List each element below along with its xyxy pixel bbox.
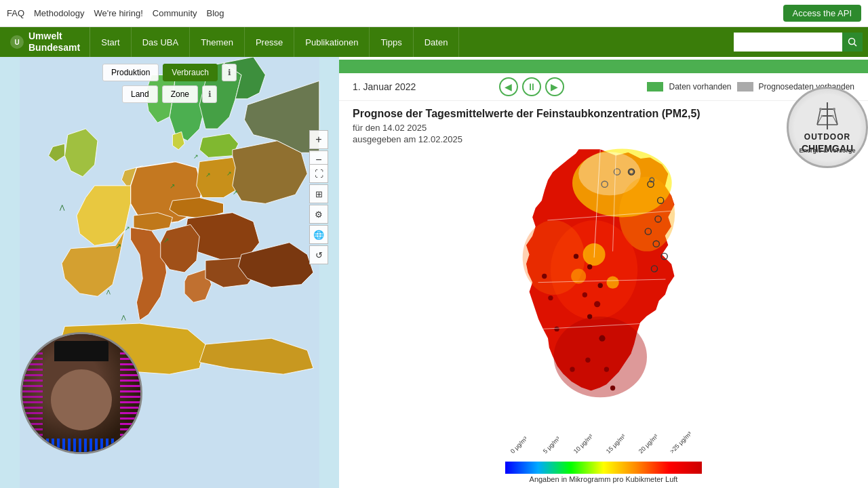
svg-line-20 [817, 109, 821, 125]
land-toggle[interactable]: Land [122, 85, 158, 103]
energy-label: Energie & Versorge [799, 147, 855, 154]
svg-text:⋀: ⋀ [121, 314, 126, 321]
svg-text:⋀: ⋀ [106, 289, 111, 295]
top-navigation: FAQ Methodology We're hiring! Community … [0, 0, 868, 27]
zone-toggle[interactable]: Zone [162, 85, 198, 103]
circle-logo-inner: OUTDOOR CHIEMGAU Energie & Versorge [802, 101, 853, 154]
uba-themen-link[interactable]: Themen [190, 27, 245, 57]
svg-text:↗: ↗ [163, 237, 169, 244]
svg-point-57 [610, 386, 615, 390]
forecast-title: Prognose der Tagesmittelwerte der Feinst… [353, 108, 854, 120]
zoom-in-button[interactable]: + [309, 130, 328, 149]
legend-data-label: Daten vorhanden [669, 82, 731, 92]
svg-point-25 [833, 108, 835, 110]
uba-start-link[interactable]: Start [90, 27, 131, 57]
svg-point-26 [821, 115, 823, 117]
current-date: 1. Januar 2022 [353, 81, 416, 92]
svg-point-55 [570, 367, 575, 371]
uba-circle-logo: OUTDOOR CHIEMGAU Energie & Versorge [787, 87, 868, 168]
svg-point-60 [542, 274, 547, 279]
avatar-lights-right [120, 334, 140, 452]
toggle2-info-button[interactable]: ℹ [202, 85, 217, 103]
layers-tool[interactable]: ⊞ [309, 184, 328, 203]
svg-text:↗: ↗ [193, 153, 199, 160]
svg-point-48 [587, 264, 592, 269]
verbrauch-toggle[interactable]: Verbrauch [163, 64, 218, 81]
date-section: 1. Januar 2022 ◀ ⏸ ▶ Daten vorhanden Pro… [339, 73, 868, 101]
svg-point-32 [554, 317, 647, 397]
toggle-info-button[interactable]: ℹ [222, 64, 237, 81]
faq-link[interactable]: FAQ [7, 8, 24, 18]
svg-point-52 [587, 314, 592, 319]
uba-search-button[interactable] [842, 33, 863, 52]
svg-point-50 [583, 292, 587, 297]
settings-tool[interactable]: ⚙ [309, 205, 328, 224]
svg-text:↗: ↗ [170, 182, 175, 190]
svg-text:↗: ↗ [233, 189, 238, 196]
color-legend: 0 μg/m³ 5 μg/m³ 10 μg/m³ 15 μg/m³ [353, 444, 854, 486]
avatar-hat [54, 341, 108, 361]
svg-point-54 [585, 358, 590, 363]
svg-point-24 [819, 108, 822, 110]
community-link[interactable]: Community [153, 8, 197, 18]
map-tools: ⛶ ⊞ ⚙ 🌐 ↺ [309, 164, 328, 264]
svg-line-3 [854, 44, 857, 47]
legend-gray-swatch [737, 82, 753, 92]
uba-das-link[interactable]: Das UBA [132, 27, 190, 57]
uba-logo[interactable]: U Umwelt Bundesamt [0, 27, 90, 57]
svg-point-59 [548, 296, 553, 300]
fullscreen-tool[interactable]: ⛶ [309, 164, 328, 183]
hiring-link[interactable]: We're hiring! [94, 8, 142, 18]
color-legend-label: Angaben in Mikrogramm pro Kubikmeter Luf… [530, 475, 678, 483]
playback-controls: ◀ ⏸ ▶ [499, 77, 564, 96]
pause-button[interactable]: ⏸ [522, 77, 541, 96]
avatar-face [22, 334, 140, 452]
uba-tipps-link[interactable]: Tipps [370, 27, 413, 57]
uba-publikationen-link[interactable]: Publikationen [294, 27, 370, 57]
legend-green-swatch [647, 82, 663, 92]
germany-map-svg [498, 146, 709, 444]
uba-presse-link[interactable]: Presse [245, 27, 294, 57]
map-toggle-controls: Produktion Verbrauch ℹ [102, 64, 237, 81]
outdoor-label: OUTDOOR [804, 132, 850, 142]
svg-line-21 [834, 109, 837, 125]
forecast-date1: für den 14.02 2025 [353, 123, 854, 133]
search-icon [848, 37, 857, 47]
uba-daten-link[interactable]: Daten [414, 27, 460, 57]
map-toggle-controls2: Land Zone ℹ [122, 85, 217, 103]
svg-point-53 [599, 336, 606, 342]
svg-point-36 [607, 276, 619, 288]
forward-button[interactable]: ▶ [545, 77, 564, 96]
right-panel: OUTDOOR CHIEMGAU Energie & Versorge 1. J… [339, 57, 868, 488]
timeline-bar[interactable] [339, 60, 868, 73]
globe-tool[interactable]: 🌐 [309, 225, 328, 244]
main-area: Produktion Verbrauch ℹ Land Zone ℹ [0, 57, 868, 488]
uba-logo-icon: U [9, 35, 24, 49]
avatar-face-circle [51, 369, 112, 430]
uba-menu: Start Das UBA Themen Presse Publikatione… [90, 27, 459, 57]
methodology-link[interactable]: Methodology [34, 8, 84, 18]
uba-search-input[interactable] [734, 33, 842, 52]
map-panel: Produktion Verbrauch ℹ Land Zone ℹ [0, 57, 339, 488]
user-avatar [20, 332, 142, 454]
avatar-lights-left [22, 334, 43, 452]
forecast-date2: ausgegeben am 12.02.2025 [353, 134, 854, 144]
svg-point-47 [574, 253, 578, 258]
produktion-toggle[interactable]: Produktion [102, 64, 159, 81]
sync-tool[interactable]: ↺ [309, 245, 328, 264]
blog-link[interactable]: Blog [207, 8, 224, 18]
svg-point-56 [604, 367, 609, 371]
uba-logo-text: Umwelt Bundesamt [28, 30, 80, 54]
avatar-bottom-lights [46, 439, 117, 452]
svg-point-27 [831, 115, 833, 117]
svg-text:↗: ↗ [205, 171, 211, 178]
uba-search-area [734, 27, 868, 57]
svg-text:↗: ↗ [125, 225, 130, 232]
svg-point-51 [594, 301, 600, 307]
svg-text:U: U [14, 39, 19, 46]
power-tower-icon [814, 101, 841, 131]
svg-point-49 [598, 283, 603, 288]
rewind-button[interactable]: ◀ [499, 77, 518, 96]
color-gradient-bar [505, 462, 702, 474]
api-button[interactable]: Access the API [783, 5, 861, 22]
